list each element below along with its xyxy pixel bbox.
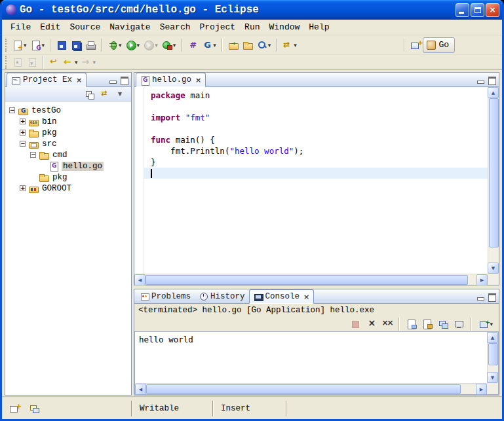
annotation-ruler[interactable]: [134, 87, 144, 274]
toolbar-drag-handle[interactable]: [5, 56, 7, 69]
tree-item-goroot[interactable]: +GOROOT: [5, 183, 131, 194]
tab-history[interactable]: History: [195, 289, 249, 303]
code-area[interactable]: package mainimport "fmt"func main() { fm…: [144, 87, 488, 274]
tree-item-bin[interactable]: +bin: [5, 116, 131, 127]
code-line[interactable]: fmt.Println("hello world");: [151, 145, 488, 156]
tab-console[interactable]: Console×: [249, 289, 315, 304]
tree-item-cmd[interactable]: −cmd: [5, 149, 131, 160]
expander-minus-icon[interactable]: −: [20, 141, 26, 147]
remove-all-launches-button[interactable]: [379, 317, 394, 331]
code-line[interactable]: func main() {: [151, 134, 488, 145]
tab-problems[interactable]: Problems: [136, 289, 195, 303]
scroll-up-icon[interactable]: ▲: [488, 87, 499, 98]
expander-minus-icon[interactable]: −: [30, 152, 36, 158]
collapse-all-button[interactable]: [83, 87, 97, 101]
run-last-button[interactable]: ▾: [142, 38, 160, 52]
menu-window[interactable]: Window: [265, 21, 305, 33]
open-folder-button[interactable]: [241, 38, 255, 52]
code-line[interactable]: package main: [151, 90, 488, 101]
go-perspective-button[interactable]: Go: [423, 37, 455, 53]
maximize-view-icon[interactable]: [486, 75, 497, 85]
next-annotation-button[interactable]: [25, 55, 39, 69]
expander-minus-icon[interactable]: −: [9, 107, 15, 113]
print-button[interactable]: [83, 38, 98, 52]
new-go-app-button[interactable]: [185, 38, 200, 52]
tree-item-pkg[interactable]: pkg: [5, 172, 131, 183]
pin-console-button[interactable]: [436, 317, 450, 331]
display-selected-console-button[interactable]: [452, 317, 466, 331]
clear-console-button[interactable]: [404, 317, 419, 331]
save-all-button[interactable]: [69, 38, 83, 52]
go-element-button[interactable]: ▾: [200, 38, 218, 52]
open-console-button[interactable]: ▾: [476, 317, 495, 331]
console-output[interactable]: hello world: [135, 332, 487, 383]
team-sync-button[interactable]: ▾: [281, 38, 299, 52]
prev-annotation-button[interactable]: [10, 55, 25, 69]
code-line[interactable]: [144, 168, 488, 179]
scroll-right-icon[interactable]: ▶: [476, 384, 487, 395]
search-button[interactable]: ▾: [255, 38, 273, 52]
minimize-view-icon[interactable]: [475, 75, 486, 85]
minimize-button[interactable]: [456, 3, 469, 17]
maximize-view-icon[interactable]: [486, 291, 497, 302]
new-go-file-button[interactable]: ▾: [29, 38, 47, 52]
tree-item-src[interactable]: −src: [5, 138, 131, 149]
menu-file[interactable]: File: [6, 21, 35, 33]
tree-item-hello-go[interactable]: hello.go: [5, 160, 131, 172]
remove-launch-button[interactable]: [364, 317, 378, 331]
menu-navigate[interactable]: Navigate: [105, 21, 155, 33]
run-button[interactable]: ▾: [124, 38, 142, 52]
scrollbar-thumb[interactable]: [489, 98, 499, 247]
close-view-icon[interactable]: ×: [303, 293, 309, 301]
restore-view-button[interactable]: [27, 401, 41, 416]
scroll-left-icon[interactable]: ◀: [135, 384, 146, 395]
maximize-button[interactable]: [471, 3, 484, 17]
minimize-view-icon[interactable]: [475, 291, 486, 302]
last-edit-button[interactable]: [47, 55, 62, 69]
new-wizard-button[interactable]: ▾: [10, 38, 29, 52]
tab-editor-hello-go[interactable]: hello.go ×: [136, 73, 206, 87]
menu-help[interactable]: Help: [304, 21, 334, 33]
external-tools-button[interactable]: ▾: [160, 38, 178, 52]
scroll-down-icon[interactable]: ▼: [487, 372, 498, 383]
scroll-lock-button[interactable]: [420, 317, 435, 331]
close-editor-icon[interactable]: ×: [195, 76, 201, 84]
scroll-left-icon[interactable]: ◀: [134, 274, 145, 285]
menu-project[interactable]: Project: [195, 21, 240, 33]
link-with-editor-button[interactable]: [98, 87, 113, 101]
view-menu-button[interactable]: [114, 87, 128, 101]
maximize-view-icon[interactable]: [119, 75, 129, 85]
scroll-down-icon[interactable]: ▼: [488, 263, 499, 274]
close-view-icon[interactable]: ×: [76, 76, 82, 84]
console-horizontal-scrollbar[interactable]: ◀ ▶: [135, 383, 487, 394]
terminate-button[interactable]: [348, 317, 362, 331]
console-vertical-scrollbar[interactable]: ▲ ▼: [487, 332, 498, 383]
close-button[interactable]: ×: [486, 3, 499, 17]
tree-item-testgo[interactable]: −testGo: [5, 105, 131, 116]
code-line[interactable]: [151, 101, 488, 112]
titlebar[interactable]: Go - testGo/src/cmd/hello.go - Eclipse ×: [2, 0, 502, 20]
toolbar-drag-handle[interactable]: [5, 39, 7, 52]
minimize-view-icon[interactable]: [107, 75, 118, 85]
import-button[interactable]: [226, 38, 241, 52]
menu-source[interactable]: Source: [65, 21, 105, 33]
scroll-up-icon[interactable]: ▲: [487, 332, 498, 343]
expander-plus-icon[interactable]: +: [20, 185, 26, 191]
code-line[interactable]: [151, 123, 488, 134]
code-line[interactable]: import "fmt": [151, 112, 488, 123]
debug-button[interactable]: ▾: [106, 38, 124, 52]
tab-project-explorer[interactable]: Project Ex ×: [7, 73, 87, 87]
menu-edit[interactable]: Edit: [35, 21, 65, 33]
menu-run[interactable]: Run: [240, 21, 264, 33]
scroll-right-icon[interactable]: ▶: [476, 274, 488, 285]
menu-search[interactable]: Search: [155, 21, 195, 33]
forward-button[interactable]: ▾: [80, 55, 98, 69]
editor-vertical-scrollbar[interactable]: ▲ ▼: [488, 87, 499, 274]
open-perspective-button[interactable]: [408, 38, 423, 52]
scrollbar-thumb[interactable]: [145, 275, 468, 285]
expander-plus-icon[interactable]: +: [20, 119, 26, 124]
add-fast-view-button[interactable]: [7, 401, 22, 416]
expander-plus-icon[interactable]: +: [20, 130, 26, 136]
scrollbar-thumb[interactable]: [146, 384, 461, 394]
code-line[interactable]: }: [151, 156, 488, 168]
